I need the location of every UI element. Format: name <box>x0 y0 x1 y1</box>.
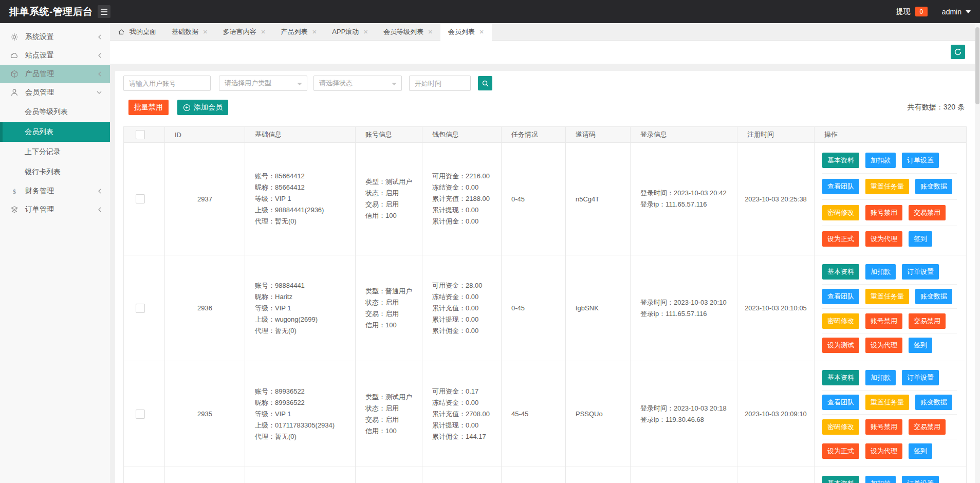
sidebar-item-product-management[interactable]: 产品管理 <box>0 65 110 83</box>
account-input[interactable] <box>123 76 211 91</box>
withdraw-label: 提现 <box>896 7 911 16</box>
menu-toggle-button[interactable] <box>98 5 110 18</box>
account-change-data-button[interactable]: 账变数据 <box>915 289 952 304</box>
batch-disable-button[interactable]: 批量禁用 <box>128 100 169 115</box>
view-team-button[interactable]: 查看团队 <box>822 179 859 194</box>
tab-member-list[interactable]: 会员列表× <box>440 23 492 40</box>
add-deduct-funds-button[interactable]: 加扣款 <box>865 476 896 483</box>
basic-info-button[interactable]: 基本资料 <box>822 476 859 483</box>
scrollbar-thumb[interactable] <box>975 27 979 104</box>
tab-my-desktop[interactable]: 我的桌面 <box>110 23 164 40</box>
disable-account-button[interactable]: 账号禁用 <box>865 419 902 435</box>
tab-member-level-list[interactable]: 会员等级列表× <box>376 23 440 40</box>
disable-trading-button[interactable]: 交易禁用 <box>909 419 946 435</box>
column-header-account-info: 账号信息 <box>356 127 422 142</box>
row-checkbox[interactable] <box>136 304 145 313</box>
sidebar-item-member-management[interactable]: 会员管理 <box>0 83 110 102</box>
status-select[interactable]: 请选择状态 <box>313 76 402 91</box>
tab-basic-data[interactable]: 基础数据× <box>164 23 215 40</box>
close-icon[interactable]: × <box>261 28 266 35</box>
admin-dropdown[interactable]: admin <box>942 8 971 16</box>
account-info-cell-text: 类型：测试用户状态：启用交易：启用信用：100 <box>365 392 412 437</box>
basic-info-button[interactable]: 基本资料 <box>822 370 859 385</box>
close-icon[interactable]: × <box>479 28 484 35</box>
set-as-agent-button[interactable]: 设为代理 <box>865 443 902 459</box>
sidebar-item-order-management[interactable]: 订单管理 <box>0 200 110 219</box>
change-password-button[interactable]: 密码修改 <box>822 313 859 329</box>
view-team-button[interactable]: 查看团队 <box>822 395 859 410</box>
basic-info-cell-text: 账号：98884441昵称：Haritz等级：VIP 1上级：wugong(26… <box>255 280 318 337</box>
reset-task-quota-button[interactable]: 重置任务量 <box>865 179 909 194</box>
sign-in-button[interactable]: 签到 <box>909 231 932 247</box>
start-time-input[interactable] <box>409 76 471 91</box>
sidebar-item-label: 站点设置 <box>25 51 98 60</box>
member-table: ID基础信息账号信息钱包信息任务情况邀请码登录信息注册时间操作2937账号：85… <box>123 126 967 483</box>
column-header-label: 操作 <box>824 130 838 139</box>
user-type-select[interactable]: 请选择用户类型 <box>219 76 307 91</box>
chevron-down-icon <box>297 83 302 85</box>
sign-in-button[interactable]: 签到 <box>909 338 932 353</box>
close-icon[interactable]: × <box>428 28 433 35</box>
select-all-checkbox[interactable] <box>136 130 145 139</box>
account-change-data-button[interactable]: 账变数据 <box>915 179 952 194</box>
sidebar-item-system-settings[interactable]: 系统设置 <box>0 28 110 46</box>
set-as-official-button[interactable]: 设为正式 <box>822 443 859 459</box>
set-as-test-button[interactable]: 设为测试 <box>822 338 859 353</box>
top-bar: 排单系统-管理后台 提现 0 admin <box>0 0 980 23</box>
add-member-button[interactable]: 添加会员 <box>177 100 228 115</box>
tab-label: 产品列表 <box>281 27 308 36</box>
vertical-scrollbar[interactable] <box>975 23 980 483</box>
row-checkbox[interactable] <box>136 410 145 419</box>
disable-trading-button[interactable]: 交易禁用 <box>909 313 946 329</box>
account-info-cell-text: 类型：普通用户状态：启用交易：启用信用：100 <box>365 286 412 331</box>
dollar-icon: $ <box>10 187 19 196</box>
set-as-agent-button[interactable]: 设为代理 <box>865 231 902 247</box>
sidebar-item-updown-records[interactable]: 上下分记录 <box>0 142 110 162</box>
login-info-cell-text: 登录时间：2023-10-03 20:42登录ip：111.65.57.116 <box>640 188 727 210</box>
change-password-button[interactable]: 密码修改 <box>822 419 859 435</box>
basic-info-button[interactable]: 基本资料 <box>822 264 859 280</box>
set-as-official-button[interactable]: 设为正式 <box>822 231 859 247</box>
column-header-operations: 操作 <box>815 127 967 142</box>
sidebar-item-site-settings[interactable]: 站点设置 <box>0 46 110 65</box>
sidebar-item-bank-card-list[interactable]: 银行卡列表 <box>0 162 110 182</box>
column-header-label: 注册时间 <box>747 130 774 139</box>
set-as-agent-button[interactable]: 设为代理 <box>865 338 902 353</box>
order-settings-button[interactable]: 订单设置 <box>902 153 939 168</box>
register-time-cell <box>737 467 815 483</box>
withdraw-button[interactable]: 提现 0 <box>896 7 928 16</box>
row-checkbox[interactable] <box>136 194 145 203</box>
tab-multilang-content[interactable]: 多语言内容× <box>215 23 273 40</box>
close-icon[interactable]: × <box>363 28 368 35</box>
wallet-info-cell-text: 可用资金：0.17冻结资金：0.00累计充值：2708.00累计提现：0.00累… <box>432 386 490 442</box>
tab-product-list[interactable]: 产品列表× <box>273 23 325 40</box>
close-icon[interactable]: × <box>312 28 317 35</box>
refresh-button[interactable] <box>951 45 965 59</box>
sidebar-item-member-list[interactable]: 会员列表 <box>0 122 110 142</box>
sidebar-item-member-level-list[interactable]: 会员等级列表 <box>0 102 110 122</box>
account-change-data-button[interactable]: 账变数据 <box>915 395 952 410</box>
reset-task-quota-button[interactable]: 重置任务量 <box>865 289 909 304</box>
change-password-button[interactable]: 密码修改 <box>822 205 859 220</box>
disable-account-button[interactable]: 账号禁用 <box>865 205 902 220</box>
tab-app-scroll[interactable]: APP滚动× <box>324 23 376 40</box>
disable-account-button[interactable]: 账号禁用 <box>865 313 902 329</box>
add-deduct-funds-button[interactable]: 加扣款 <box>865 153 896 168</box>
search-button[interactable] <box>478 76 492 90</box>
add-deduct-funds-button[interactable]: 加扣款 <box>865 370 896 385</box>
layers-icon <box>10 206 19 214</box>
order-settings-button[interactable]: 订单设置 <box>902 476 939 483</box>
order-settings-button[interactable]: 订单设置 <box>902 370 939 385</box>
basic-info-button[interactable]: 基本资料 <box>822 153 859 168</box>
table-row: 基本资料加扣款订单设置 <box>124 467 967 483</box>
order-settings-button[interactable]: 订单设置 <box>902 264 939 280</box>
operations-button-row: 基本资料加扣款订单设置 <box>822 260 957 285</box>
view-team-button[interactable]: 查看团队 <box>822 289 859 304</box>
invite-code-cell: tgbSNK <box>566 255 631 361</box>
sidebar-item-finance-management[interactable]: $财务管理 <box>0 182 110 200</box>
reset-task-quota-button[interactable]: 重置任务量 <box>865 395 909 410</box>
close-icon[interactable]: × <box>203 28 208 35</box>
add-deduct-funds-button[interactable]: 加扣款 <box>865 264 896 280</box>
disable-trading-button[interactable]: 交易禁用 <box>909 205 946 220</box>
sign-in-button[interactable]: 签到 <box>909 443 932 459</box>
